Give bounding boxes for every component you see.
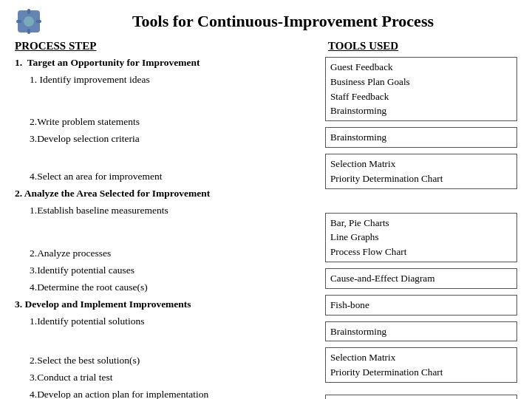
tool-line-graphs: Line Graphs — [330, 230, 512, 245]
step-3-3: 3.Conduct a trial test — [15, 370, 318, 386]
tool-group-9: Action Plan Worksheet — [325, 395, 517, 399]
svg-rect-2 — [27, 9, 30, 14]
tool-group-3: Selection Matrix Priority Determination … — [325, 154, 517, 189]
left-column-header: PROCESS STEP — [15, 40, 325, 52]
step-2w: 2.Write problem statements — [15, 115, 318, 130]
step-2: 2. Analyze the Area Selected for Improve… — [15, 186, 318, 202]
step-3: 3. Develop and Implement Improvements — [15, 297, 318, 313]
step-3d: 3.Develop selection criteria — [15, 132, 318, 147]
tool-staff-feedback: Staff Feedback — [330, 89, 512, 104]
tool-business-plan: Business Plan Goals — [330, 75, 512, 89]
tool-selection-matrix-1: Selection Matrix — [330, 157, 512, 171]
tool-fishbone: Fish-bone — [330, 298, 512, 313]
tool-group-5: Cause-and-Effect Diagram — [325, 268, 517, 289]
process-steps-column: 1. Target an Opportunity for Improvement… — [15, 55, 325, 399]
step-1-label: 1. Target an Opportunity for Improvement — [15, 57, 200, 68]
tool-group-4: Bar, Pie Charts Line Graphs Process Flow… — [325, 213, 517, 262]
tools-column: Guest Feedback Business Plan Goals Staff… — [325, 55, 517, 399]
step-3-3-label: 3.Conduct a trial test — [30, 372, 112, 383]
main-content: 1. Target an Opportunity for Improvement… — [15, 55, 517, 399]
tool-group-1: Guest Feedback Business Plan Goals Staff… — [325, 57, 517, 121]
tool-brainstorming-2: Brainstorming — [330, 130, 512, 145]
step-3-1: 1.Identify potential solutions — [15, 314, 318, 330]
svg-rect-3 — [27, 29, 30, 34]
step-2-3-label: 3.Identify potential causes — [30, 265, 134, 276]
step-2-label: 2. Analyze the Area Selected for Improve… — [15, 188, 210, 199]
step-2-2-label: 2.Analyze processes — [30, 248, 111, 259]
tool-brainstorming-3: Brainstorming — [330, 324, 512, 339]
header: Tools for Continuous-Improvement Process — [15, 7, 517, 35]
tool-guest-feedback: Guest Feedback — [330, 60, 512, 75]
tool-priority-chart-2: Priority Determination Chart — [330, 365, 512, 380]
tool-group-8: Selection Matrix Priority Determination … — [325, 347, 517, 383]
step-2-2: 2.Analyze processes — [15, 246, 318, 262]
page-title: Tools for Continuous-Improvement Process — [49, 12, 517, 31]
tool-bar-pie: Bar, Pie Charts — [330, 216, 512, 231]
page: Tools for Continuous-Improvement Process… — [0, 0, 532, 399]
right-column-header: TOOLS USED — [325, 40, 517, 52]
svg-point-1 — [24, 16, 34, 27]
step-4s: 4.Select an area for improvement — [15, 169, 318, 185]
header-icon — [15, 7, 43, 35]
step-3-2: 2.Select the best solution(s) — [15, 353, 318, 369]
step-3-2-label: 2.Select the best solution(s) — [30, 355, 140, 366]
step-1: 1. Target an Opportunity for Improvement — [15, 55, 318, 71]
tool-brainstorming-1: Brainstorming — [330, 103, 512, 118]
step-4s-label: 4.Select an area for improvement — [30, 171, 163, 182]
step-3d-label: 3.Develop selection criteria — [30, 133, 140, 144]
tool-group-6: Fish-bone — [325, 295, 517, 316]
step-2-4-label: 4.Determine the root cause(s) — [30, 282, 148, 293]
step-3-1-label: 1.Identify potential solutions — [30, 316, 145, 327]
svg-rect-4 — [16, 20, 21, 23]
step-1-1-label: 1. Identify improvement ideas — [30, 74, 150, 85]
step-3-label: 3. Develop and Implement Improvements — [15, 299, 191, 310]
tool-cause-effect: Cause-and-Effect Diagram — [330, 271, 512, 286]
step-2-3: 3.Identify potential causes — [15, 263, 318, 279]
tool-priority-chart-1: Priority Determination Chart — [330, 171, 512, 186]
tool-group-7: Brainstorming — [325, 321, 517, 342]
step-3-4: 4.Develop an action plan for implementat… — [15, 387, 318, 399]
column-headers: PROCESS STEP TOOLS USED — [15, 40, 517, 52]
step-2-1: 1.Establish baseline measurements — [15, 203, 318, 219]
step-2w-label: 2.Write problem statements — [30, 116, 140, 127]
step-1-1: 1. Identify improvement ideas — [15, 72, 318, 88]
step-2-4: 4.Determine the root cause(s) — [15, 280, 318, 296]
step-2-1-label: 1.Establish baseline measurements — [30, 205, 168, 216]
svg-rect-5 — [36, 20, 41, 23]
tool-selection-matrix-2: Selection Matrix — [330, 350, 512, 365]
step-3-4-label: 4.Develop an action plan for implementat… — [30, 389, 208, 399]
tool-group-2: Brainstorming — [325, 127, 517, 148]
tool-process-flow: Process Flow Chart — [330, 245, 512, 259]
